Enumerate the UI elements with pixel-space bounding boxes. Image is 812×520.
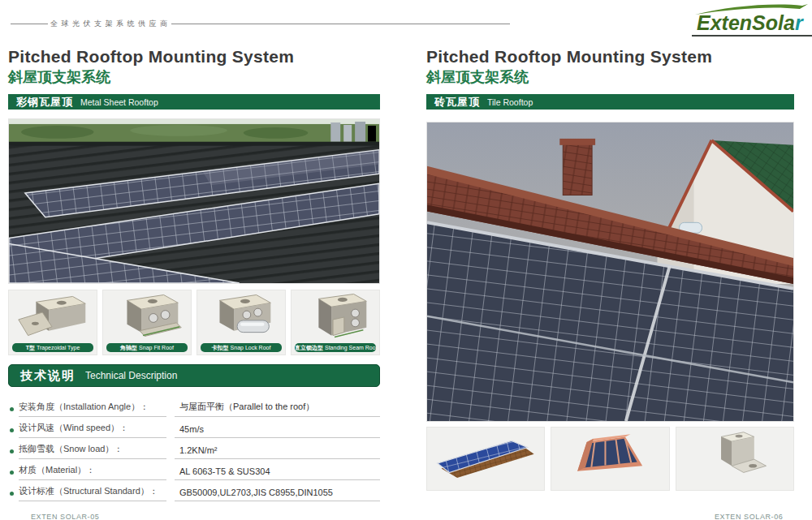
page-right: Pitched Rooftop Mounting System 斜屋顶支架系统 …: [426, 47, 794, 491]
bullet-icon: [10, 492, 14, 496]
page-number-right: EXTEN SOLAR-06: [715, 513, 783, 520]
tile-roof-thumbnails: [426, 427, 794, 491]
page-title-zh: 斜屋顶支架系统: [8, 68, 380, 86]
clamp-thumbnails: T型Trapezoidal Type 角驰型Snap Fit Roof: [8, 290, 380, 355]
header-tagline: 全球光伏支架系统供应商: [50, 19, 171, 29]
thumb-tile-array-render: [426, 427, 545, 491]
tech-banner-zh: 技术说明: [20, 368, 76, 384]
extensolar-logo: ExtenSolar: [692, 2, 812, 37]
pitched-roof-image: [551, 428, 668, 478]
section-banner-en: Metal Sheet Rooftop: [80, 97, 158, 107]
metal-sheet-rooftop-photo: [8, 118, 380, 284]
logo-text: ExtenSolar: [697, 11, 803, 35]
header-rule-right: [171, 24, 510, 24]
snap-lock-clamp-image: [197, 290, 285, 342]
bullet-icon: [10, 428, 14, 432]
tech-banner-en: Technical Description: [85, 370, 177, 381]
thumb-label: 角驰型Snap Fit Roof: [106, 343, 188, 352]
tile-array-image: [427, 428, 544, 478]
thumb-hook-bracket-render: [676, 427, 794, 491]
spec-snow-load: 抵御雪载（Snow load）： 1.2KN/m²: [8, 438, 380, 459]
thumb-trapezoidal-type: T型Trapezoidal Type: [8, 290, 97, 355]
spec-wind-speed: 设计风速（Wind speed）： 45m/s: [8, 417, 380, 438]
page-left: Pitched Rooftop Mounting System 斜屋顶支架系统 …: [8, 47, 380, 501]
standing-seam-clamp-image: [292, 290, 379, 342]
trapezoidal-clamp-image: [9, 290, 97, 342]
tile-rooftop-photo: [426, 122, 794, 422]
page-number-left: EXTEN SOLAR-05: [31, 513, 99, 520]
thumb-pitched-roof-render: [551, 427, 669, 491]
logo-underline: [692, 35, 812, 37]
section-banner-metal-sheet: 彩钢瓦屋顶 Metal Sheet Rooftop: [8, 94, 380, 110]
thumb-snap-lock-roof: 卡扣型Snap Lock Roof: [197, 290, 286, 355]
spec-material: 材质（Material）： AL 6063-T5 & SUS304: [8, 459, 380, 480]
spec-structural-standard: 设计标准（Structural Standard）： GB50009,UL270…: [8, 480, 380, 501]
page-title-zh: 斜屋顶支架系统: [426, 68, 794, 86]
thumb-label: T型Trapezoidal Type: [12, 343, 93, 352]
bullet-icon: [10, 449, 14, 453]
thumb-label: 卡扣型Snap Lock Roof: [201, 343, 282, 352]
header-rule-left: [11, 24, 48, 24]
technical-specs-list: 安装角度（Installation Angle）： 与屋面平衡（Parallel…: [8, 396, 380, 501]
catalog-spread: 全球光伏支架系统供应商 ExtenSolar Pitched Rooftop M…: [0, 0, 812, 520]
hook-bracket-image: [676, 428, 793, 478]
bullet-icon: [10, 471, 14, 475]
section-banner-zh: 砖瓦屋顶: [434, 95, 480, 110]
section-banner-tile: 砖瓦屋顶 Tile Rooftop: [426, 94, 794, 110]
bullet-icon: [10, 407, 14, 411]
thumb-label: 直立锁边型Standing Seam Roof: [295, 343, 376, 352]
spec-installation-angle: 安装角度（Installation Angle）： 与屋面平衡（Parallel…: [8, 396, 380, 417]
logo-text-main: ExtenSola: [697, 11, 795, 34]
page-title-en: Pitched Rooftop Mounting System: [8, 47, 380, 67]
snap-fit-clamp-image: [103, 290, 191, 342]
section-banner-zh: 彩钢瓦屋顶: [16, 95, 73, 110]
page-title-en: Pitched Rooftop Mounting System: [426, 47, 794, 67]
logo-text-accent: r: [795, 11, 803, 34]
technical-description-banner: 技术说明 Technical Description: [8, 364, 380, 387]
section-banner-en: Tile Rooftop: [487, 97, 533, 107]
thumb-standing-seam-roof: 直立锁边型Standing Seam Roof: [291, 290, 380, 355]
thumb-snap-fit-roof: 角驰型Snap Fit Roof: [102, 290, 192, 355]
